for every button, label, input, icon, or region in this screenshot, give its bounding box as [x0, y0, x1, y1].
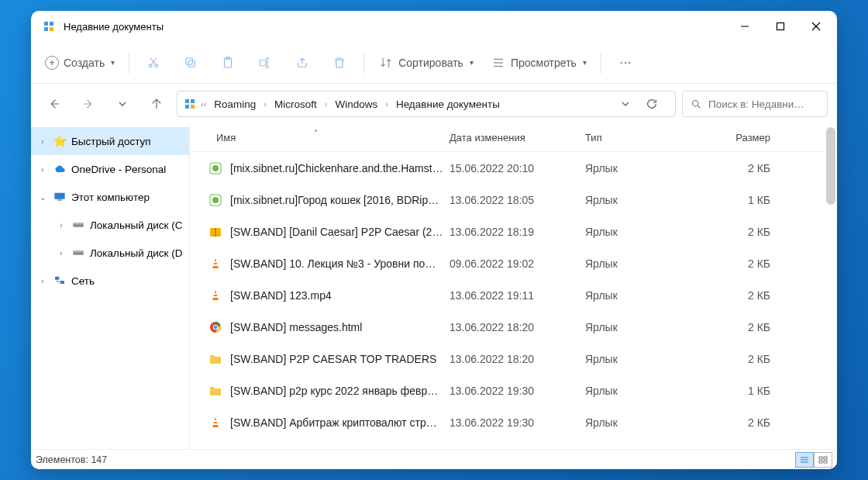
file-size: 2 КБ	[698, 321, 783, 333]
sort-label: Сортировать	[398, 57, 463, 69]
file-row[interactable]: [mix.sibnet.ru]Город кошек [2016, BDRip……	[190, 184, 837, 216]
column-header-date[interactable]: Дата изменения	[450, 132, 585, 143]
thumbnails-view-button[interactable]	[814, 452, 832, 468]
breadcrumb-dropdown[interactable]	[621, 99, 641, 109]
chevron-right-icon: ›	[384, 99, 390, 109]
column-header-name[interactable]: ˄ Имя	[190, 132, 450, 143]
sidebar-item-onedrive[interactable]: › OneDrive - Personal	[31, 155, 189, 183]
minimize-button[interactable]	[727, 11, 763, 42]
breadcrumb-segment[interactable]: Roaming	[211, 97, 259, 112]
file-icon	[208, 225, 222, 239]
svg-rect-43	[60, 281, 64, 284]
maximize-button[interactable]	[763, 11, 798, 42]
svg-line-35	[698, 105, 700, 108]
forward-button[interactable]	[74, 90, 102, 118]
drive-icon	[71, 246, 85, 260]
file-list: [mix.sibnet.ru]Chickenhare.and.the.Hamst…	[190, 152, 837, 449]
sidebar-item-label: Локальный диск (C	[90, 219, 183, 231]
copy-icon	[183, 55, 198, 71]
search-input[interactable]	[708, 98, 819, 110]
svg-rect-49	[215, 228, 216, 237]
breadcrumb[interactable]: ‹‹ Roaming › Microsoft › Windows › Недав…	[177, 91, 676, 117]
file-icon	[208, 288, 222, 302]
svg-rect-55	[213, 296, 218, 298]
column-header-size[interactable]: Размер	[698, 132, 783, 143]
chevron-right-icon: ›	[262, 99, 268, 109]
svg-rect-52	[213, 264, 218, 266]
sidebar-item-network[interactable]: › Сеть	[31, 267, 189, 295]
file-row[interactable]: [mix.sibnet.ru]Chickenhare.and.the.Hamst…	[190, 152, 837, 184]
svg-rect-2	[44, 27, 48, 31]
file-icon	[208, 384, 222, 398]
share-button[interactable]	[284, 48, 320, 78]
back-button[interactable]	[40, 90, 68, 118]
file-name: [SW.BAND] [Danil Caesar] P2P Caesar (2…	[230, 226, 443, 238]
rename-icon	[257, 55, 273, 71]
file-row[interactable]: [SW.BAND] messages.html13.06.2022 18:20Я…	[190, 311, 837, 343]
paste-button[interactable]	[210, 48, 246, 78]
details-view-button[interactable]	[795, 452, 814, 468]
column-header-type[interactable]: Тип	[585, 132, 698, 143]
file-type: Ярлык	[585, 257, 698, 270]
svg-rect-37	[57, 199, 61, 200]
file-date: 13.06.2022 19:30	[450, 416, 585, 429]
breadcrumb-segment[interactable]: Windows	[332, 97, 381, 112]
search-box[interactable]	[682, 91, 828, 117]
svg-rect-33	[191, 105, 195, 109]
file-icon	[208, 193, 222, 207]
copy-button[interactable]	[173, 48, 208, 78]
computer-icon	[53, 190, 67, 204]
file-size: 1 КБ	[698, 385, 783, 397]
file-row[interactable]: [SW.BAND] [Danil Caesar] P2P Caesar (2…1…	[190, 216, 837, 247]
share-icon	[294, 55, 310, 71]
sidebar-item-drive-d[interactable]: › Локальный диск (D	[31, 239, 189, 267]
more-icon	[618, 55, 633, 71]
new-button[interactable]: + Создать ▾	[37, 48, 122, 78]
sidebar-item-quick-access[interactable]: › ⭐ Быстрый доступ	[31, 127, 189, 155]
file-row[interactable]: [SW.BAND] 123.mp413.06.2022 19:11Ярлык2 …	[190, 279, 837, 311]
cut-icon	[146, 55, 161, 71]
file-type: Ярлык	[585, 353, 698, 365]
sidebar-item-this-pc[interactable]: ⌄ Этот компьютер	[31, 183, 189, 211]
view-button[interactable]: Просмотреть ▾	[483, 48, 594, 78]
toolbar: + Создать ▾ Сортировать ▾ Просмотреть ▾	[31, 42, 837, 84]
rename-button[interactable]	[247, 48, 283, 78]
sort-button[interactable]: Сортировать ▾	[370, 48, 481, 78]
refresh-button[interactable]	[646, 98, 666, 110]
file-date: 13.06.2022 19:11	[450, 289, 585, 302]
file-row[interactable]: [SW.BAND] P2P CAESAR TOP TRADERS13.06.20…	[190, 343, 837, 375]
file-row[interactable]: [SW.BAND] Арбитраж криптовалют стр…13.06…	[190, 406, 837, 438]
svg-rect-31	[191, 99, 195, 103]
recent-locations-button[interactable]	[108, 90, 136, 118]
delete-button[interactable]	[322, 48, 357, 78]
cut-button[interactable]	[136, 48, 171, 78]
svg-rect-16	[260, 60, 266, 66]
delete-icon	[332, 55, 347, 71]
up-button[interactable]	[143, 90, 170, 118]
sidebar-item-label: Локальный диск (D	[90, 247, 183, 259]
app-icon	[42, 19, 56, 33]
file-type: Ярлык	[585, 416, 698, 429]
file-row[interactable]: [SW.BAND] 10. Лекция №3 - Уровни по…09.0…	[190, 247, 837, 279]
more-button[interactable]	[608, 48, 643, 78]
svg-line-11	[150, 58, 155, 64]
file-size: 2 КБ	[698, 226, 783, 238]
file-row[interactable]: [SW.BAND] p2p курс 2022 январь февр…13.0…	[190, 375, 837, 406]
svg-point-26	[629, 61, 630, 63]
file-date: 13.06.2022 18:20	[450, 353, 585, 365]
file-date: 09.06.2022 19:02	[450, 257, 585, 270]
svg-marker-50	[212, 258, 219, 268]
sidebar: › ⭐ Быстрый доступ › OneDrive - Personal…	[31, 124, 190, 449]
view-icon	[491, 55, 506, 71]
scrollbar[interactable]	[826, 127, 835, 205]
svg-rect-30	[185, 99, 189, 103]
close-button[interactable]	[798, 11, 834, 42]
svg-marker-53	[212, 290, 219, 300]
svg-point-8	[150, 64, 153, 67]
breadcrumb-segment[interactable]: Недавние документы	[393, 97, 503, 112]
sidebar-item-drive-c[interactable]: › Локальный диск (C	[31, 211, 189, 239]
file-size: 2 КБ	[698, 353, 783, 365]
breadcrumb-segment[interactable]: Microsoft	[271, 97, 320, 112]
chevron-down-icon: ▾	[111, 58, 115, 67]
svg-rect-0	[44, 22, 48, 26]
